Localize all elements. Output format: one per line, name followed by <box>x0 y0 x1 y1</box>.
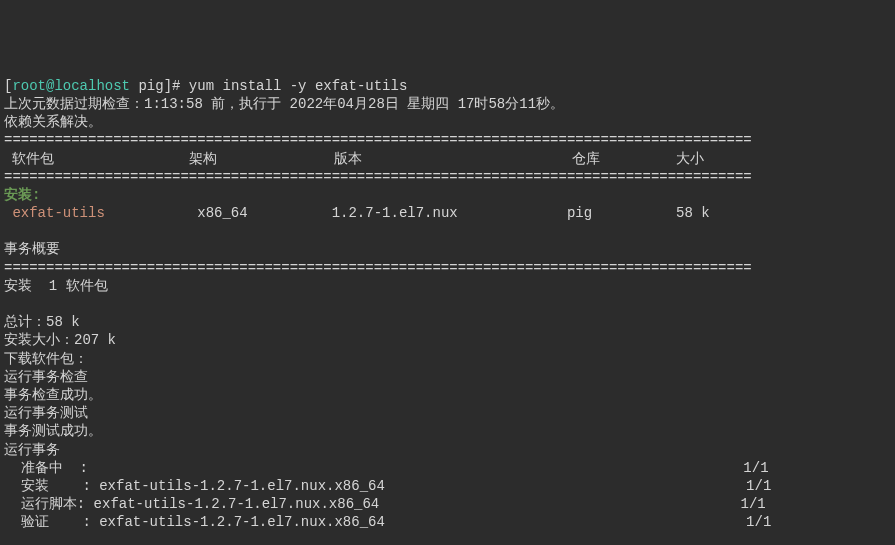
script-label: 运行脚本: exfat-utils-1.2.7-1.el7.nux.x86_64 <box>4 496 379 512</box>
command-text[interactable]: yum install -y exfat-utils <box>180 78 407 94</box>
install-label: 安装 : exfat-utils-1.2.7-1.el7.nux.x86_64 <box>4 478 385 494</box>
tx-summary-line: 事务概要 <box>4 241 60 257</box>
verify-row: 验证 : exfat-utils-1.2.7-1.el7.nux.x86_64 … <box>4 514 771 530</box>
script-count: 1/1 <box>379 496 765 512</box>
pkg-name: exfat-utils <box>4 205 105 221</box>
pkg-row: exfat-utils x86_64 1.2.7-1.el7.nux pig 5… <box>4 205 710 221</box>
verify-label: 验证 : exfat-utils-1.2.7-1.el7.nux.x86_64 <box>4 514 385 530</box>
installing-section: 安装: <box>4 187 40 203</box>
user-host: root@localhost <box>12 78 130 94</box>
metadata-line: 上次元数据过期检查：1:13:58 前，执行于 2022年04月28日 星期四 … <box>4 96 564 112</box>
verify-count: 1/1 <box>385 514 771 530</box>
separator-line: ========================================… <box>4 169 752 185</box>
test-success-line: 事务测试成功。 <box>4 423 102 439</box>
prompt-line: [root@localhost pig]# yum install -y exf… <box>4 78 407 94</box>
install-size-line: 安装大小：207 k <box>4 332 116 348</box>
deps-line: 依赖关系解决。 <box>4 114 102 130</box>
downloading-line: 下载软件包： <box>4 351 88 367</box>
total-line: 总计：58 k <box>4 314 80 330</box>
install-count-line: 安装 1 软件包 <box>4 278 108 294</box>
run-test-line: 运行事务测试 <box>4 405 88 421</box>
install-count: 1/1 <box>385 478 771 494</box>
terminal-output: [root@localhost pig]# yum install -y exf… <box>4 77 891 545</box>
run-check-line: 运行事务检查 <box>4 369 88 385</box>
pkg-details: x86_64 1.2.7-1.el7.nux pig 58 k <box>105 205 710 221</box>
prepare-row: 准备中 : 1/1 <box>4 460 769 476</box>
install-row: 安装 : exfat-utils-1.2.7-1.el7.nux.x86_64 … <box>4 478 771 494</box>
prepare-label: 准备中 : <box>4 460 88 476</box>
bracket-close: ]# <box>164 78 181 94</box>
run-tx-line: 运行事务 <box>4 442 60 458</box>
scriptlet-row: 运行脚本: exfat-utils-1.2.7-1.el7.nux.x86_64… <box>4 496 766 512</box>
prepare-count: 1/1 <box>88 460 769 476</box>
check-success-line: 事务检查成功。 <box>4 387 102 403</box>
header-line: 软件包 架构 版本 仓库 大小 <box>4 151 704 167</box>
separator-line: ========================================… <box>4 260 752 276</box>
separator-line: ========================================… <box>4 132 752 148</box>
cwd: pig <box>138 78 163 94</box>
